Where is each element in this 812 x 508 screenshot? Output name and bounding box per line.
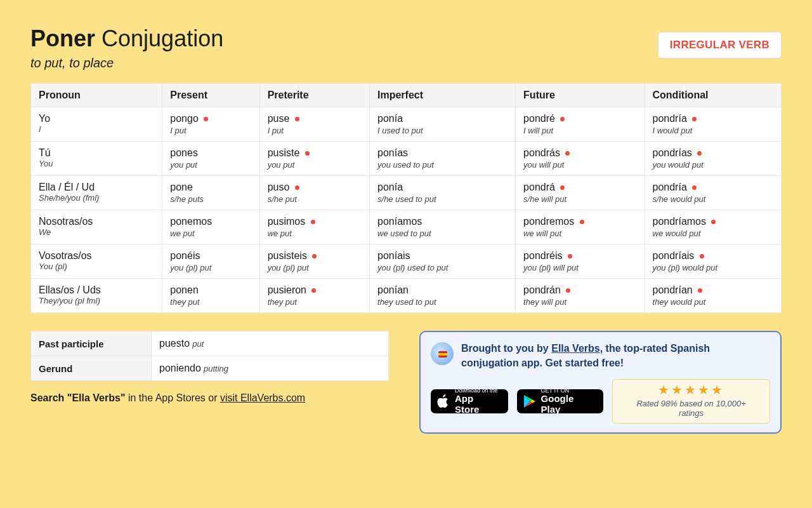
- promo-box: Brought to you by Ella Verbs, the top-ra…: [419, 331, 782, 434]
- conjugation-cell: pondré I will put: [516, 107, 645, 142]
- conjugation-cell: pusieron they put: [259, 279, 369, 313]
- irregular-dot-icon: [560, 117, 565, 121]
- column-header: Imperfect: [370, 84, 516, 107]
- table-row: Vosotras/osYou (pl)ponéis you (pl) putpu…: [31, 244, 782, 279]
- irregular-dot-icon: [580, 220, 584, 224]
- conjugation-cell: ponía I used to put: [370, 107, 516, 142]
- conjugation-cell: pondría I would put: [645, 107, 781, 142]
- column-header: Preterite: [259, 84, 369, 107]
- past-participle-value: puesto put: [152, 331, 389, 356]
- brand-link[interactable]: Ella Verbs: [551, 343, 600, 354]
- conjugation-cell: ponemos we put: [162, 210, 259, 244]
- pronoun-cell: Ellas/os / UdsThey/you (pl fml): [31, 279, 162, 313]
- conjugation-cell: pondríais you (pl) would put: [645, 244, 781, 279]
- google-play-button[interactable]: GET IT ONGoogle Play: [517, 389, 604, 413]
- conjugation-cell: pondrás you will put: [516, 142, 645, 176]
- irregular-dot-icon: [311, 220, 315, 224]
- table-row: TúYoupones you putpusiste you putponías …: [31, 142, 782, 176]
- column-header: Future: [516, 84, 645, 107]
- pronoun-cell: Vosotras/osYou (pl): [31, 244, 162, 279]
- irregular-dot-icon: [312, 254, 317, 258]
- google-play-icon: [523, 394, 536, 408]
- app-store-button[interactable]: Download on theApp Store: [431, 389, 508, 413]
- conjugation-cell: pondría s/he would put: [645, 176, 781, 210]
- conjugation-cell: pone s/he puts: [162, 176, 259, 210]
- conjugation-cell: pondrá s/he will put: [516, 176, 645, 210]
- conjugation-cell: pusimos we put: [259, 210, 369, 244]
- conjugation-cell: ponías you used to put: [370, 142, 516, 176]
- pronoun-cell: Ella / Él / UdShe/he/you (fml): [31, 176, 162, 210]
- irregular-dot-icon: [698, 288, 702, 293]
- conjugation-cell: puso s/he put: [259, 176, 369, 210]
- irregular-dot-icon: [565, 151, 570, 156]
- irregular-dot-icon: [305, 151, 310, 156]
- conjugation-table: PronounPresentPreteriteImperfectFutureCo…: [30, 83, 782, 313]
- irregular-dot-icon: [700, 254, 704, 258]
- conjugation-cell: pondremos we will put: [516, 210, 645, 244]
- irregular-dot-icon: [566, 288, 570, 293]
- gerund-label: Gerund: [31, 356, 152, 381]
- irregular-dot-icon: [692, 117, 697, 121]
- irregular-dot-icon: [711, 220, 716, 224]
- column-header: Conditional: [645, 84, 781, 107]
- gerund-value: poniendo putting: [152, 356, 389, 381]
- irregular-badge: IRREGULAR VERB: [658, 32, 782, 58]
- header: Poner Conjugation to put, to place IRREG…: [30, 25, 782, 70]
- pronoun-cell: Nosotras/osWe: [31, 210, 162, 244]
- rating-box: ★★★★★ Rated 98% based on 10,000+ ratings: [612, 379, 770, 424]
- promo-text: Brought to you by Ella Verbs, the top-ra…: [461, 341, 770, 370]
- left-column: Past participle puesto put Gerund ponien…: [30, 331, 389, 404]
- irregular-dot-icon: [692, 185, 697, 190]
- table-row: Ella / Él / UdShe/he/you (fml)pone s/he …: [31, 176, 782, 210]
- conjugation-cell: pondríamos we would put: [645, 210, 781, 244]
- conjugation-cell: pusiste you put: [259, 142, 369, 176]
- stars-icon: ★★★★★: [623, 384, 759, 396]
- conjugation-cell: ponen they put: [162, 279, 259, 313]
- conjugation-cell: ponían they used to put: [370, 279, 516, 313]
- column-header: Present: [162, 84, 259, 107]
- page-title: Poner Conjugation: [30, 25, 223, 52]
- pronoun-cell: YoI: [31, 107, 162, 142]
- conjugation-cell: pones you put: [162, 142, 259, 176]
- table-row: Nosotras/osWeponemos we putpusimos we pu…: [31, 210, 782, 244]
- conjugation-cell: pongo I put: [162, 107, 259, 142]
- table-row: YoIpongo I putpuse I putponía I used to …: [31, 107, 782, 142]
- rating-text: Rated 98% based on 10,000+ ratings: [623, 399, 759, 418]
- irregular-dot-icon: [204, 117, 208, 121]
- conjugation-cell: poníais you (pl) used to put: [370, 244, 516, 279]
- irregular-dot-icon: [311, 288, 316, 293]
- irregular-dot-icon: [295, 117, 299, 121]
- conjugation-cell: ponéis you (pl) put: [162, 244, 259, 279]
- irregular-dot-icon: [568, 254, 572, 258]
- conjugation-cell: puse I put: [259, 107, 369, 142]
- conjugation-cell: ponía s/he used to put: [370, 176, 516, 210]
- bottom-row: Past participle puesto put Gerund ponien…: [30, 331, 782, 434]
- conjugation-cell: pondréis you (pl) will put: [516, 244, 645, 279]
- conjugation-cell: pondrían they would put: [645, 279, 781, 313]
- promo-logo-icon: [431, 342, 454, 365]
- column-header: Pronoun: [31, 84, 162, 107]
- search-line: Search "Ella Verbs" in the App Stores or…: [30, 392, 389, 404]
- irregular-dot-icon: [560, 185, 565, 190]
- conjugation-cell: pondrías you would put: [645, 142, 781, 176]
- irregular-dot-icon: [295, 185, 299, 190]
- past-participle-label: Past participle: [31, 331, 152, 356]
- conjugation-cell: pondrán they will put: [516, 279, 645, 313]
- conjugation-cell: pusisteis you (pl) put: [259, 244, 369, 279]
- pronoun-cell: TúYou: [31, 142, 162, 176]
- table-row: Ellas/os / UdsThey/you (pl fml)ponen the…: [31, 279, 782, 313]
- apple-icon: [437, 394, 450, 409]
- irregular-dot-icon: [697, 151, 702, 156]
- title-block: Poner Conjugation to put, to place: [30, 25, 223, 70]
- conjugation-cell: poníamos we used to put: [370, 210, 516, 244]
- participle-table: Past participle puesto put Gerund ponien…: [30, 331, 389, 381]
- subtitle: to put, to place: [30, 56, 223, 70]
- visit-link[interactable]: visit EllaVerbs.com: [220, 392, 305, 403]
